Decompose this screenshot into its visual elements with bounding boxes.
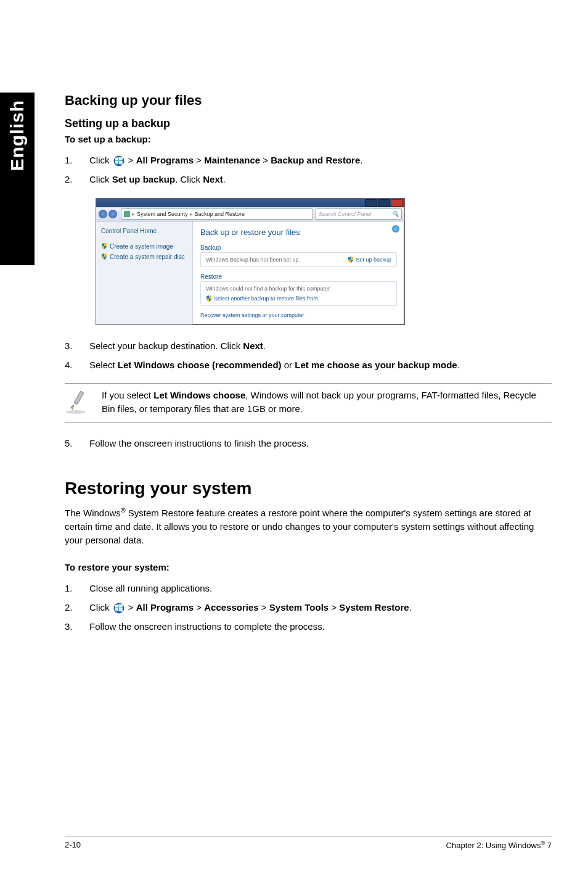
shield-icon — [101, 243, 107, 249]
select-another-backup-link[interactable]: Select another backup to restore files f… — [206, 295, 391, 302]
setup-steps-end: 5. Follow the onscreen instructions to f… — [65, 436, 552, 450]
step-number: 1. — [65, 581, 89, 595]
step-body: Click > All Programs > Accessories > Sys… — [89, 600, 552, 614]
start-orb-icon — [113, 603, 125, 614]
svg-marker-5 — [71, 405, 74, 410]
step-body: Select Let Windows choose (recommended) … — [89, 358, 552, 372]
step-number: 3. — [65, 339, 89, 353]
page-content: Backing up your files Setting up a backu… — [65, 93, 552, 645]
svg-point-3 — [66, 410, 86, 414]
sidebar-home-link[interactable]: Control Panel Home — [101, 228, 187, 234]
restore-status: Windows could not find a backup for this… — [206, 286, 391, 292]
sidebar: Control Panel Home Create a system image… — [96, 221, 193, 324]
note-text: If you select Let Windows choose, Window… — [102, 389, 552, 416]
shield-icon — [348, 257, 354, 263]
help-icon[interactable] — [392, 225, 399, 233]
step-number: 2. — [65, 600, 89, 614]
setup-steps: 1. Click > All Programs > Maintenance > … — [65, 153, 552, 187]
backup-restore-window: ▸ System and Security ▸ Backup and Resto… — [96, 198, 405, 325]
step-number: 4. — [65, 358, 89, 372]
svg-rect-4 — [74, 391, 84, 405]
group-backup: Windows Backup has not been set up. Set … — [200, 252, 397, 267]
step-body: Follow the onscreen instructions to fini… — [89, 436, 552, 450]
back-button[interactable] — [99, 210, 107, 218]
maximize-button[interactable] — [378, 199, 390, 207]
lead-restore: To restore your system: — [65, 562, 552, 572]
heading-setting-up: Setting up a backup — [65, 117, 552, 130]
step-body: Follow the onscreen instructions to comp… — [89, 619, 552, 633]
step-body: Click > All Programs > Maintenance > Bac… — [89, 153, 552, 167]
group-label-restore: Restore — [200, 273, 397, 280]
recover-settings-link[interactable]: Recover system settings or your computer — [200, 312, 397, 318]
main-panel: Back up or restore your files Backup Win… — [193, 221, 404, 324]
breadcrumb[interactable]: ▸ System and Security ▸ Backup and Resto… — [121, 208, 313, 220]
minimize-button[interactable] — [365, 199, 377, 207]
step-body: Close all running applications. — [89, 581, 552, 595]
window-buttons — [365, 199, 403, 207]
address-bar-row: ▸ System and Security ▸ Backup and Resto… — [96, 207, 404, 221]
language-tab: English — [0, 93, 35, 265]
shield-icon — [206, 295, 212, 302]
group-label-backup: Backup — [200, 244, 397, 251]
step-number: 2. — [65, 172, 89, 186]
note-icon — [65, 389, 91, 417]
step-number: 3. — [65, 619, 89, 633]
heading-restoring: Restoring your system — [65, 479, 552, 498]
search-input[interactable]: Search Control Panel 🔍 — [316, 208, 402, 220]
start-orb-icon — [113, 155, 125, 167]
restore-steps: 1. Close all running applications. 2. Cl… — [65, 581, 552, 634]
step-number: 5. — [65, 436, 89, 450]
heading-backing-up: Backing up your files — [65, 93, 552, 109]
forward-button[interactable] — [108, 210, 117, 218]
note-block: If you select Let Windows choose, Window… — [65, 383, 552, 423]
lead-setup: To set up a backup: — [65, 134, 552, 144]
sidebar-create-image[interactable]: Create a system image — [101, 243, 187, 250]
control-panel-icon — [124, 211, 130, 217]
restore-paragraph: The Windows® System Restore feature crea… — [65, 506, 552, 547]
search-icon: 🔍 — [392, 211, 399, 217]
step-body: Select your backup destination. Click Ne… — [89, 339, 552, 353]
main-header: Back up or restore your files — [200, 228, 397, 237]
step-body: Click Set up backup. Click Next. — [89, 172, 552, 186]
page-number: 2-10 — [65, 840, 81, 850]
setup-steps-cont: 3. Select your backup destination. Click… — [65, 339, 552, 373]
registered-mark: ® — [121, 506, 126, 514]
sidebar-repair-disc[interactable]: Create a system repair disc — [101, 254, 187, 260]
language-label: English — [7, 100, 28, 171]
shield-icon — [101, 254, 107, 260]
group-restore: Windows could not find a backup for this… — [200, 281, 397, 306]
step-number: 1. — [65, 153, 89, 167]
chapter-label: Chapter 2: Using Windows® 7 — [446, 840, 552, 850]
search-placeholder: Search Control Panel — [319, 211, 372, 217]
page-footer: 2-10 Chapter 2: Using Windows® 7 — [65, 836, 552, 850]
setup-backup-link[interactable]: Set up backup — [348, 257, 391, 263]
close-button[interactable] — [391, 199, 403, 207]
window-titlebar — [96, 199, 404, 207]
svg-rect-2 — [124, 211, 130, 217]
